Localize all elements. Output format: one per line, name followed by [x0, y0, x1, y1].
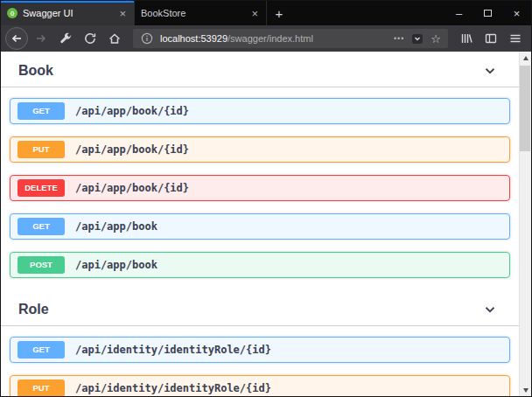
bookmark-star-icon[interactable]: ☆: [430, 33, 441, 45]
tools-button[interactable]: [54, 27, 77, 50]
method-badge: GET: [18, 218, 65, 235]
operation-row[interactable]: GET /api/app/book: [10, 213, 510, 240]
operation-path: /api/app/book: [75, 259, 158, 271]
swagger-page: Book GET /api/app/book/{id} PUT /api/app…: [1, 52, 519, 396]
chevron-down-icon[interactable]: [482, 302, 498, 317]
url-domain: localhost:53929: [160, 33, 228, 44]
home-button[interactable]: [103, 27, 126, 50]
tab-title: BookStore: [141, 8, 244, 18]
reload-icon: [83, 31, 97, 45]
scrollbar-thumb[interactable]: [520, 66, 530, 151]
back-button[interactable]: [5, 27, 28, 50]
method-badge: PUT: [18, 141, 65, 158]
url-text[interactable]: localhost:53929/swagger/index.html: [160, 33, 388, 44]
method-badge: DELETE: [18, 179, 65, 197]
section-role: Role GET /api/identity/identityRole/{id}…: [1, 290, 519, 396]
method-badge: GET: [18, 341, 65, 359]
save-to-pocket-icon[interactable]: [410, 31, 424, 45]
vertical-scrollbar[interactable]: [519, 52, 531, 396]
tab-bookstore[interactable]: BookStore ×: [134, 1, 267, 25]
minimize-button[interactable]: –: [444, 1, 473, 25]
swagger-favicon-icon: {}: [7, 8, 18, 18]
window-controls: – ×: [444, 1, 531, 25]
operation-row[interactable]: DELETE /api/app/book/{id}: [10, 175, 510, 201]
forward-button[interactable]: [30, 27, 52, 50]
operation-path: /api/app/book/{id}: [75, 105, 189, 117]
maximize-icon: [484, 10, 492, 17]
browser-window: {} Swagger UI × BookStore × + – ×: [0, 0, 532, 397]
site-info-icon[interactable]: [140, 31, 154, 45]
sidebar-button[interactable]: [480, 27, 502, 50]
page-actions-icon[interactable]: •••: [394, 34, 404, 43]
operation-row[interactable]: PUT /api/app/book/{id}: [10, 136, 510, 163]
menu-button[interactable]: [504, 27, 527, 50]
section-book: Book GET /api/app/book/{id} PUT /api/app…: [1, 52, 519, 278]
tab-close-icon[interactable]: ×: [249, 8, 260, 19]
back-arrow-icon: [10, 31, 24, 45]
section-header[interactable]: Role: [1, 290, 519, 326]
section-header[interactable]: Book: [1, 52, 519, 87]
tab-swagger-ui[interactable]: {} Swagger UI ×: [1, 1, 134, 25]
tab-close-icon[interactable]: ×: [117, 8, 128, 19]
section-title: Role: [18, 301, 49, 318]
operation-path: /api/app/book: [75, 220, 158, 233]
operation-path: /api/app/book/{id}: [75, 143, 189, 156]
navigation-toolbar: localhost:53929/swagger/index.html ••• ☆: [1, 25, 531, 52]
hamburger-menu-icon: [508, 31, 522, 45]
tab-title: Swagger UI: [23, 8, 112, 18]
close-button[interactable]: ×: [502, 1, 531, 25]
titlebar: {} Swagger UI × BookStore × + – ×: [1, 1, 531, 25]
scroll-up-arrow-icon[interactable]: [520, 52, 531, 64]
chevron-down-icon[interactable]: [482, 63, 498, 79]
library-button[interactable]: [455, 27, 478, 50]
url-bar[interactable]: localhost:53929/swagger/index.html ••• ☆: [133, 29, 448, 48]
tab-strip: {} Swagger UI × BookStore × +: [1, 1, 291, 25]
operation-row[interactable]: GET /api/app/book/{id}: [10, 98, 510, 124]
operation-row[interactable]: PUT /api/identity/identityRole/{id}: [10, 375, 510, 396]
maximize-button[interactable]: [473, 1, 502, 25]
operation-path: /api/app/book/{id}: [75, 182, 189, 194]
sidebar-icon: [484, 31, 498, 45]
library-icon: [459, 31, 473, 45]
section-title: Book: [18, 62, 53, 80]
scroll-down-arrow-icon[interactable]: [520, 384, 531, 396]
page-content: Book GET /api/app/book/{id} PUT /api/app…: [1, 52, 531, 396]
method-badge: GET: [18, 102, 65, 120]
method-badge: POST: [18, 256, 65, 274]
forward-arrow-icon: [34, 31, 48, 45]
url-path: /swagger/index.html: [228, 33, 313, 44]
operation-path: /api/identity/identityRole/{id}: [75, 382, 271, 394]
home-icon: [108, 31, 122, 45]
new-tab-button[interactable]: +: [267, 1, 291, 25]
method-badge: PUT: [18, 380, 65, 396]
operation-row[interactable]: POST /api/app/book: [10, 252, 510, 278]
operation-path: /api/identity/identityRole/{id}: [75, 344, 271, 356]
wrench-icon: [59, 31, 73, 45]
reload-button[interactable]: [79, 27, 102, 50]
operation-row[interactable]: GET /api/identity/identityRole/{id}: [10, 337, 510, 363]
